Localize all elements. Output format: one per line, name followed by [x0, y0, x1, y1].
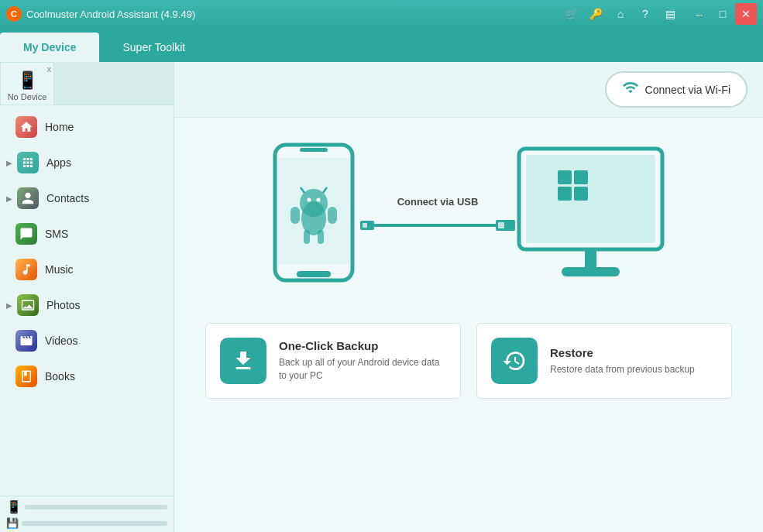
nav-item-music[interactable]: Music	[0, 252, 174, 287]
connect-wifi-label: Connect via Wi-Fi	[645, 84, 730, 96]
maximize-button[interactable]: □	[712, 3, 734, 25]
minimize-button[interactable]: –	[689, 3, 710, 25]
app-icon: C	[6, 6, 22, 22]
device-name: No Device	[8, 92, 47, 101]
backup-icon-wrap	[220, 338, 266, 384]
device-tab-close[interactable]: x	[47, 64, 52, 74]
device-icon: 📱	[17, 70, 38, 91]
backup-text: One-Click Backup Back up all of your And…	[279, 339, 446, 383]
usb-graphic: Connect via USB	[190, 141, 748, 292]
svg-rect-26	[585, 249, 596, 269]
phone-illustration	[267, 141, 360, 292]
svg-rect-27	[562, 267, 620, 276]
nav-item-apps[interactable]: ▶ Apps	[0, 145, 174, 180]
bottom-cards: One-Click Backup Back up all of your And…	[205, 323, 732, 399]
tab-bar: My Device Super Toolkit	[0, 28, 763, 62]
svg-rect-23	[574, 170, 588, 184]
nav-label-music: Music	[45, 263, 166, 276]
one-click-backup-card[interactable]: One-Click Backup Back up all of your And…	[205, 323, 461, 399]
nav-item-videos[interactable]: Videos	[0, 323, 174, 359]
photos-arrow-icon: ▶	[6, 301, 12, 310]
books-nav-icon	[15, 366, 37, 387]
usb-cable-wrap: Connect via USB	[360, 196, 515, 237]
nav-label-photos: Photos	[46, 299, 166, 311]
home-nav-icon	[15, 116, 37, 138]
device-tab[interactable]: x 📱 No Device	[0, 62, 54, 105]
sidebar-scrollbars: 📱 💾	[0, 496, 174, 532]
main-content: Connect via Wi-Fi	[174, 62, 763, 532]
close-button[interactable]: ✕	[735, 3, 757, 25]
svg-rect-24	[558, 187, 572, 201]
help-icon[interactable]: ?	[634, 3, 656, 25]
svg-rect-7	[328, 207, 337, 224]
svg-rect-22	[558, 170, 572, 184]
connect-wifi-button[interactable]: Connect via Wi-Fi	[605, 71, 748, 108]
restore-icon-wrap	[491, 338, 538, 384]
connect-bar: Connect via Wi-Fi	[174, 62, 763, 118]
window-controls: – □ ✕	[689, 3, 757, 25]
nav-item-home[interactable]: Home	[0, 109, 174, 145]
contacts-arrow-icon: ▶	[6, 194, 12, 203]
svg-rect-6	[290, 207, 300, 224]
usb-label: Connect via USB	[397, 196, 479, 208]
sms-nav-icon	[15, 223, 37, 245]
contacts-nav-icon	[17, 187, 39, 209]
restore-title: Restore	[550, 346, 695, 359]
nav-label-videos: Videos	[45, 335, 166, 347]
settings-icon[interactable]: ▤	[659, 3, 681, 25]
usb-cable-svg	[360, 214, 515, 237]
title-bar-extra-icons: 🛒 🔑 ⌂ ? ▤	[560, 3, 681, 25]
svg-rect-18	[498, 222, 504, 228]
phone-scrollbar[interactable]	[25, 505, 167, 510]
device-tab-area: x 📱 No Device	[0, 62, 174, 105]
nav-item-books[interactable]: Books	[0, 359, 174, 394]
nav-label-contacts: Contacts	[46, 192, 166, 204]
title-bar-text: Coolmuster Android Assistant (4.9.49)	[26, 9, 560, 20]
svg-rect-25	[574, 187, 588, 201]
sd-scroll-icon: 💾	[6, 517, 19, 529]
title-bar: C Coolmuster Android Assistant (4.9.49) …	[0, 0, 763, 28]
nav-label-home: Home	[45, 121, 166, 133]
restore-text: Restore Restore data from previous backu…	[550, 346, 695, 376]
music-nav-icon	[15, 259, 37, 280]
svg-rect-15	[363, 223, 367, 228]
svg-point-11	[317, 198, 321, 202]
restore-desc: Restore data from previous backup	[550, 363, 695, 376]
svg-rect-3	[297, 271, 331, 277]
sidebar: x 📱 No Device Home ▶ Apps ▶	[0, 62, 174, 532]
monitor-illustration	[515, 141, 670, 292]
photos-nav-icon	[17, 294, 39, 316]
backup-title: One-Click Backup	[279, 339, 446, 352]
svg-rect-20	[526, 155, 655, 243]
key-icon[interactable]: 🔑	[585, 3, 607, 25]
svg-rect-9	[318, 230, 324, 244]
wifi-icon	[622, 79, 639, 100]
nav-item-sms[interactable]: SMS	[0, 216, 174, 252]
nav-label-sms: SMS	[45, 228, 166, 240]
apps-nav-icon	[17, 152, 39, 173]
svg-point-5	[301, 201, 326, 235]
nav-label-books: Books	[45, 370, 166, 383]
nav-item-photos[interactable]: ▶ Photos	[0, 287, 174, 323]
home-icon[interactable]: ⌂	[610, 3, 631, 25]
svg-rect-2	[300, 148, 328, 152]
svg-point-10	[308, 198, 311, 202]
apps-arrow-icon: ▶	[6, 159, 12, 167]
nav-items: Home ▶ Apps ▶ Contacts SMS	[0, 105, 174, 496]
tab-my-device[interactable]: My Device	[0, 33, 99, 62]
tab-super-toolkit[interactable]: Super Toolkit	[99, 33, 208, 62]
backup-desc: Back up all of your Android device data …	[279, 356, 446, 383]
svg-rect-8	[304, 230, 310, 244]
main-layout: x 📱 No Device Home ▶ Apps ▶	[0, 62, 763, 532]
nav-item-contacts[interactable]: ▶ Contacts	[0, 180, 174, 216]
center-area: Connect via USB	[174, 118, 763, 532]
videos-nav-icon	[15, 330, 37, 352]
sd-scrollbar[interactable]	[22, 521, 167, 526]
cart-icon[interactable]: 🛒	[560, 3, 582, 25]
phone-scroll-icon: 📱	[6, 499, 22, 514]
nav-label-apps: Apps	[46, 156, 166, 169]
restore-card[interactable]: Restore Restore data from previous backu…	[476, 323, 732, 399]
